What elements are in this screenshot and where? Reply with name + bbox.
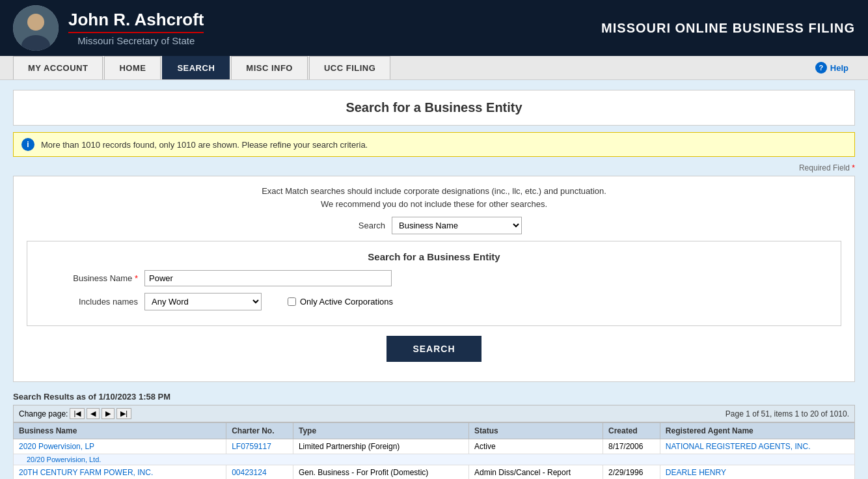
- avatar: [13, 5, 59, 51]
- page-title: Search for a Business Entity: [23, 100, 845, 115]
- required-star-name: *: [135, 273, 138, 283]
- results-header: Search Results as of 1/10/2023 1:58 PM: [13, 392, 855, 402]
- pagination-controls: Change page: |◀ ◀ ▶ ▶|: [19, 408, 131, 419]
- col-created: Created: [603, 423, 660, 439]
- change-page-label: Change page:: [19, 409, 68, 418]
- business-name-link[interactable]: 20TH CENTURY FARM POWER, INC.: [19, 468, 153, 477]
- alt-name-row: 20/20 Powervision, Ltd.: [14, 454, 855, 465]
- business-name-label: Business Name *: [40, 273, 144, 283]
- search-label: Search: [346, 221, 385, 230]
- search-type-row: Search Business NameCharter NumberRegist…: [27, 217, 841, 234]
- alt-name-link[interactable]: 20/20 Powervision, Ltd.: [27, 456, 101, 463]
- help-icon: ?: [815, 62, 827, 74]
- cell-type: Gen. Business - For Profit (Domestic): [293, 465, 468, 480]
- cell-agent: NATIONAL REGISTERED AGENTS, INC.: [660, 439, 854, 454]
- includes-select[interactable]: Any WordAll WordsExact MatchBegins With: [144, 293, 262, 310]
- recommend-note: We recommend you do not include these fo…: [27, 199, 841, 209]
- inner-form-title: Search for a Business Entity: [40, 251, 828, 262]
- cell-status: Admin Diss/Cancel - Report: [468, 465, 603, 480]
- cell-status: Active: [468, 439, 603, 454]
- business-name-row: Business Name *: [40, 270, 828, 286]
- col-business-name: Business Name: [14, 423, 226, 439]
- col-agent: Registered Agent Name: [660, 423, 854, 439]
- charter-link[interactable]: LF0759117: [232, 442, 271, 451]
- cell-business-name: 2020 Powervision, LP: [14, 439, 226, 454]
- required-star: *: [852, 163, 855, 172]
- charter-link[interactable]: 00423124: [232, 468, 266, 477]
- name-block: John R. Ashcroft Missouri Secretary of S…: [68, 10, 204, 46]
- site-header: John R. Ashcroft Missouri Secretary of S…: [0, 0, 868, 56]
- results-section: Search Results as of 1/10/2023 1:58 PM C…: [13, 392, 855, 479]
- person-info: John R. Ashcroft Missouri Secretary of S…: [13, 5, 204, 51]
- tab-ucc-filing[interactable]: UCC FILING: [309, 56, 390, 79]
- exact-match-note: Exact Match searches should include corp…: [27, 186, 841, 196]
- prev-page-btn[interactable]: ◀: [87, 408, 100, 419]
- results-table: Business Name Charter No. Type Status Cr…: [13, 422, 855, 479]
- tab-search[interactable]: SEARCH: [162, 56, 230, 79]
- cell-charter: LF0759117: [226, 439, 293, 454]
- info-banner: i More than 1010 records found, only 101…: [13, 132, 855, 157]
- person-title: Missouri Secretary of State: [68, 35, 204, 46]
- info-icon: i: [21, 138, 34, 151]
- cell-type: Limited Partnership (Foreign): [293, 439, 468, 454]
- cell-created: 2/29/1996: [603, 465, 660, 480]
- main-content: Search for a Business Entity i More than…: [0, 80, 868, 479]
- cell-created: 8/17/2006: [603, 439, 660, 454]
- search-type-select[interactable]: Business NameCharter NumberRegistered Ag…: [392, 217, 522, 234]
- only-active-area: Only Active Corporations: [288, 297, 393, 307]
- includes-label: Includes names: [40, 297, 144, 307]
- help-label: Help: [830, 63, 848, 73]
- search-button[interactable]: SEARCH: [387, 336, 481, 362]
- tab-my-account[interactable]: MY ACCOUNT: [13, 56, 103, 79]
- page-info: Page 1 of 51, items 1 to 20 of 1010.: [726, 409, 849, 418]
- col-status: Status: [468, 423, 603, 439]
- business-name-input[interactable]: [144, 270, 392, 286]
- pagination-row: Change page: |◀ ◀ ▶ ▶| Page 1 of 51, ite…: [13, 405, 855, 422]
- only-active-checkbox[interactable]: [288, 297, 296, 306]
- col-charter: Charter No.: [226, 423, 293, 439]
- inner-search-box: Search for a Business Entity Business Na…: [27, 241, 841, 326]
- business-name-link[interactable]: 2020 Powervision, LP: [19, 442, 94, 451]
- cell-agent: DEARLE HENRY: [660, 465, 854, 480]
- tab-home[interactable]: HOME: [104, 56, 161, 79]
- required-field-note: Required Field *: [13, 163, 855, 172]
- next-page-btn[interactable]: ▶: [102, 408, 115, 419]
- svg-point-1: [27, 14, 44, 31]
- help-button[interactable]: ? Help: [809, 59, 855, 77]
- includes-row: Includes names Any WordAll WordsExact Ma…: [40, 293, 828, 310]
- search-form-box: Exact Match searches should include corp…: [13, 176, 855, 382]
- cell-business-name: 20TH CENTURY FARM POWER, INC.: [14, 465, 226, 480]
- system-title: MISSOURI ONLINE BUSINESS FILING: [601, 21, 855, 36]
- name-underline: [68, 32, 204, 33]
- first-page-btn[interactable]: |◀: [70, 408, 85, 419]
- nav-tabs: MY ACCOUNT HOME SEARCH MISC INFO UCC FIL…: [13, 56, 809, 79]
- agent-link[interactable]: DEARLE HENRY: [666, 468, 726, 477]
- table-row: 2020 Powervision, LP LF0759117 Limited P…: [14, 439, 855, 454]
- results-date: Search Results as of 1/10/2023 1:58 PM: [13, 392, 170, 402]
- col-type: Type: [293, 423, 468, 439]
- cell-charter: 00423124: [226, 465, 293, 480]
- search-btn-row: SEARCH: [27, 336, 841, 362]
- only-active-label[interactable]: Only Active Corporations: [300, 297, 393, 307]
- alt-name-cell: 20/20 Powervision, Ltd.: [14, 454, 855, 465]
- page-title-box: Search for a Business Entity: [13, 90, 855, 126]
- person-name: John R. Ashcroft: [68, 10, 204, 30]
- last-page-btn[interactable]: ▶|: [116, 408, 131, 419]
- nav-bar: MY ACCOUNT HOME SEARCH MISC INFO UCC FIL…: [0, 56, 868, 80]
- info-banner-text: More than 1010 records found, only 1010 …: [41, 140, 368, 150]
- agent-link[interactable]: NATIONAL REGISTERED AGENTS, INC.: [666, 442, 811, 451]
- table-row: 20TH CENTURY FARM POWER, INC. 00423124 G…: [14, 465, 855, 480]
- tab-misc-info[interactable]: MISC INFO: [231, 56, 308, 79]
